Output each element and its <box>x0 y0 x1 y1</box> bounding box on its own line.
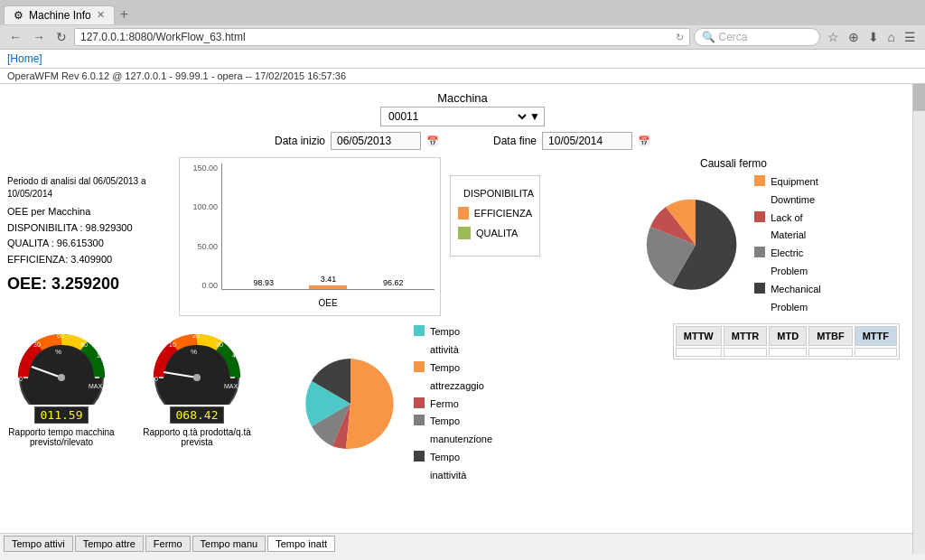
search-placeholder: Cerca <box>719 31 748 43</box>
search-box[interactable]: 🔍 Cerca <box>694 28 820 46</box>
address-bar: ← → ↻ 127.0.0.1:8080/WorkFlow_63.html ↻ … <box>0 25 925 49</box>
tab-tempo-attre[interactable]: Tempo attre <box>75 536 144 552</box>
gauge2-label: Rapporto q.tà prodotta/q.tà prevista <box>143 427 251 447</box>
refresh-btn[interactable]: ↻ <box>52 28 70 46</box>
url-text: 127.0.0.1:8080/WorkFlow_63.html <box>80 31 246 43</box>
date-start-input[interactable] <box>331 132 421 150</box>
tab-fermo[interactable]: Fermo <box>145 536 191 552</box>
legend-lack: Lack ofMaterial <box>754 210 821 246</box>
bookmark-star-btn[interactable]: ☆ <box>824 28 843 46</box>
mtt-header-mtd: MTD <box>769 326 807 346</box>
toolbar-icons: ☆ ⊕ ⬇ ⌂ ☰ <box>824 28 920 46</box>
info-bar-text: OperaWFM Rev 6.0.12 @ 127.0.0.1 - 99.99.… <box>7 70 346 81</box>
gauge2-display: 068.42 <box>170 406 224 424</box>
tab-tempo-attivi[interactable]: Tempo attivi <box>4 536 73 552</box>
efficienza-text: EFFICIENZA: 3.409900 <box>7 252 170 268</box>
oee-per-text: OEE per Macchina <box>7 204 170 220</box>
svg-point-4 <box>58 374 65 381</box>
calendar-end-icon[interactable]: 📅 <box>638 135 650 147</box>
legend-disponibilita: DISPONIBILITA <box>458 183 532 203</box>
legend-tempo-attrezzaggio: Tempoattrezzaggio <box>414 359 492 396</box>
tab-tempo-inatt[interactable]: Tempo inatt <box>267 536 335 552</box>
machine-section: Macchina 00011 ▼ <box>7 91 918 126</box>
info-bar: OperaWFM Rev 6.0.12 @ 127.0.0.1 - 99.99.… <box>0 69 925 84</box>
y-label-150: 150.00 <box>185 163 218 173</box>
gauge1-label: Rapporto tempo macchina previsto/rilevat… <box>7 427 116 447</box>
date-end-input[interactable] <box>542 132 632 150</box>
svg-text:MAX: MAX <box>224 383 238 389</box>
legend-tempo-inattivita: Tempoinattività <box>414 449 492 485</box>
tab-tempo-manu[interactable]: Tempo manu <box>192 536 266 552</box>
pie2-chart <box>296 350 405 458</box>
legend-sq-fermo <box>414 397 425 408</box>
mtt-val-mtd <box>769 348 807 357</box>
mtt-section: MTTW MTTR MTD MTBF MTTF <box>673 323 900 359</box>
causali-title: Causali fermo <box>700 157 767 170</box>
bookmark-btn[interactable]: ⊕ <box>845 28 863 46</box>
home-btn[interactable]: ⌂ <box>884 28 899 46</box>
legend-sq-tempo-inattivita <box>414 451 425 462</box>
main-content: Macchina 00011 ▼ Data inizio 📅 Data fine… <box>0 84 925 554</box>
refresh-icon: ↻ <box>676 32 684 43</box>
legend-label-qualita: QUALITA <box>476 223 518 243</box>
y-label-100: 100.00 <box>185 202 218 211</box>
scrollbar-right[interactable] <box>912 84 925 554</box>
legend-label-tempo-attivita: Tempoattività <box>430 323 460 359</box>
mtt-val-mtbf <box>808 348 853 357</box>
legend-label-lack: Lack ofMaterial <box>771 210 806 246</box>
legend-mechanical: MechanicalProblem <box>754 281 821 317</box>
mtt-data-row <box>676 348 897 357</box>
date-start-field: Data inizio 📅 <box>275 132 439 150</box>
gauge1-wrap: MAX % 0 30 60 80 100 011.59 Rapporto tem… <box>7 323 116 447</box>
legend-sq-tempo-manutenzione <box>414 415 425 425</box>
legend-tempo-attivita: Tempoattività <box>414 323 492 359</box>
breadcrumb[interactable]: [Home] <box>0 50 925 69</box>
bar-chart: 150.00 100.00 50.00 0.00 98.93 3.41 <box>179 157 441 316</box>
legend-equipment: EquipmentDowntime <box>754 173 821 210</box>
machine-select[interactable]: 00011 <box>385 109 529 124</box>
breadcrumb-text: [Home] <box>7 52 42 65</box>
date-end-field: Data fine 📅 <box>493 132 650 150</box>
causali-section: Causali fermo EquipmentDowntime <box>549 157 918 316</box>
info-panel: Periodo di analisi dal 06/05/2013 a 10/0… <box>7 157 170 316</box>
tab-close-btn[interactable]: ✕ <box>97 9 105 21</box>
active-tab[interactable]: ⚙ Machine Info ✕ <box>4 5 115 24</box>
mtt-header-mttr: MTTR <box>724 326 768 346</box>
svg-text:30: 30 <box>216 341 223 348</box>
legend-electric: ElectricProblem <box>754 245 821 281</box>
bar-efficienza: 3.41 <box>309 275 347 289</box>
charts-row: Periodo di analisi dal 06/05/2013 a 10/0… <box>7 157 918 316</box>
download-btn[interactable]: ⬇ <box>864 28 883 46</box>
legend-box: DISPONIBILITA EFFICIENZA QUALITA <box>450 175 540 257</box>
tab-bar: ⚙ Machine Info ✕ + <box>0 0 925 25</box>
disponibilita-text: DISPONIBILITA : 98.929300 <box>7 220 170 237</box>
forward-btn[interactable]: → <box>29 28 49 46</box>
gauge1-display: 011.59 <box>34 406 89 424</box>
scrollbar-thumb[interactable] <box>913 84 925 111</box>
machine-select-wrap[interactable]: 00011 ▼ <box>380 107 545 126</box>
legend-label-electric: ElectricProblem <box>771 245 808 281</box>
calendar-start-icon[interactable]: 📅 <box>426 135 439 147</box>
svg-text:%: % <box>191 348 197 356</box>
legend-label-disponibilita: DISPONIBILITA <box>463 183 534 203</box>
back-btn[interactable]: ← <box>5 28 25 46</box>
legend-label-fermo: Fermo <box>430 396 459 414</box>
legend-sq-electric <box>754 247 765 257</box>
new-tab-btn[interactable]: + <box>115 6 134 23</box>
svg-text:MAX: MAX <box>89 383 103 389</box>
causali-legend: EquipmentDowntime Lack ofMaterial Electr… <box>754 173 821 316</box>
date-row: Data inizio 📅 Data fine 📅 <box>7 132 918 150</box>
legend-label-mechanical: MechanicalProblem <box>771 281 821 317</box>
mtt-val-mttw <box>676 348 722 357</box>
date-start-label: Data inizio <box>275 135 325 147</box>
bottom-tabs: Tempo attivi Tempo attre Fermo Tempo man… <box>0 533 925 554</box>
mtt-val-mttr <box>724 348 768 357</box>
url-box[interactable]: 127.0.0.1:8080/WorkFlow_63.html ↻ <box>74 28 690 46</box>
page-icon: ⚙ <box>14 9 23 22</box>
svg-text:100: 100 <box>97 352 107 359</box>
dropdown-arrow-icon: ▼ <box>529 110 540 123</box>
mtt-header-mtbf: MTBF <box>808 326 853 346</box>
menu-btn[interactable]: ☰ <box>901 28 920 46</box>
search-icon: 🔍 <box>702 31 715 43</box>
svg-text:80: 80 <box>80 341 88 348</box>
